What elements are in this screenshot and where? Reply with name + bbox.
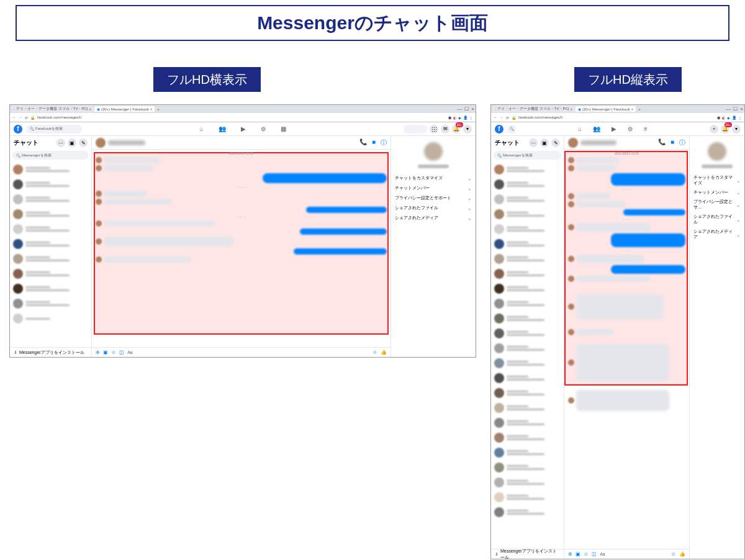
- conversation-avatar[interactable]: [96, 138, 106, 148]
- like-icon[interactable]: 👍: [679, 551, 685, 557]
- chat-list-item[interactable]: [493, 430, 562, 445]
- maximize-icon[interactable]: ☐: [733, 106, 738, 112]
- chat-list-item[interactable]: [493, 192, 562, 207]
- info-item-customize[interactable]: チャットをカスタマイズ⌄: [394, 173, 473, 183]
- plus-icon[interactable]: ⊕: [96, 350, 100, 355]
- message-bubble[interactable]: [576, 390, 669, 411]
- message-bubble[interactable]: [576, 344, 669, 381]
- like-icon[interactable]: 👍: [381, 350, 387, 355]
- close-icon[interactable]: ×: [570, 107, 572, 111]
- create-icon[interactable]: +: [710, 125, 718, 133]
- compose-icon[interactable]: ✎: [79, 138, 88, 147]
- browser-tab-2[interactable]: ◉ (20+) Messenger | Facebook ×: [94, 106, 155, 112]
- chat-list-item[interactable]: [12, 251, 89, 266]
- chat-list-item[interactable]: [12, 281, 89, 296]
- chat-list-item[interactable]: [12, 311, 89, 326]
- menu-grid-icon[interactable]: [430, 125, 438, 133]
- emoji-icon[interactable]: ☺: [671, 551, 676, 557]
- photo-icon[interactable]: ▣: [103, 350, 108, 355]
- message-bubble[interactable]: [623, 209, 685, 215]
- video-call-icon[interactable]: ■: [372, 138, 376, 147]
- groups-icon[interactable]: ⊚: [628, 125, 633, 132]
- home-icon[interactable]: ⌂: [578, 125, 582, 132]
- close-icon[interactable]: ×: [631, 107, 634, 111]
- photo-icon[interactable]: ▣: [576, 551, 580, 557]
- message-bubble[interactable]: [576, 223, 651, 232]
- account-caret-icon[interactable]: ▾: [732, 125, 741, 133]
- message-bubble[interactable]: [576, 165, 616, 171]
- chat-list-item[interactable]: [12, 237, 89, 251]
- message-bubble[interactable]: [611, 173, 685, 186]
- chat-list-item[interactable]: [493, 177, 562, 192]
- reload-icon[interactable]: ⟳: [506, 115, 509, 120]
- text-format[interactable]: Aa: [127, 350, 133, 355]
- message-bubble[interactable]: [104, 165, 153, 171]
- extension-icon[interactable]: ◐: [722, 115, 725, 120]
- sticker-icon[interactable]: ☺: [111, 350, 116, 355]
- message-bubble[interactable]: [300, 228, 387, 235]
- message-bubble[interactable]: [576, 193, 610, 199]
- chat-list-item[interactable]: [12, 162, 89, 177]
- install-app-bar[interactable]: ⇩ Messengerアプリをインストール: [10, 347, 91, 357]
- facebook-search[interactable]: 🔍: [507, 125, 516, 133]
- message-bubble[interactable]: [104, 191, 147, 197]
- conversation-area[interactable]: 2021/08/03 15:05 ・・・ ・・・: [92, 150, 391, 347]
- chat-list-item[interactable]: [493, 296, 562, 311]
- hamburger-icon[interactable]: ≡: [644, 125, 648, 132]
- profile-chip[interactable]: [404, 125, 427, 133]
- info-icon[interactable]: ⓘ: [679, 138, 685, 147]
- video-call-icon[interactable]: ■: [670, 138, 674, 147]
- new-tab-icon[interactable]: +: [636, 107, 643, 111]
- message-bubble[interactable]: [576, 329, 613, 335]
- message-bubble[interactable]: [576, 255, 644, 263]
- menu-icon[interactable]: ⋮: [469, 115, 473, 120]
- info-item-files[interactable]: シェアされたファイル⌄: [394, 203, 473, 213]
- chat-list-item[interactable]: [493, 281, 562, 296]
- friends-icon[interactable]: 👥: [219, 125, 226, 132]
- chat-list-item[interactable]: [493, 445, 562, 460]
- reload-icon[interactable]: ⟳: [25, 115, 28, 120]
- close-icon[interactable]: ×: [89, 107, 91, 111]
- info-icon[interactable]: ⓘ: [381, 138, 387, 147]
- new-tab-icon[interactable]: +: [155, 107, 161, 111]
- chat-list-item[interactable]: [493, 162, 562, 177]
- chat-list-item[interactable]: [493, 237, 562, 251]
- conversation-avatar[interactable]: [568, 138, 578, 148]
- chat-list[interactable]: [491, 161, 564, 549]
- friends-icon[interactable]: 👥: [593, 125, 600, 132]
- message-bubble[interactable]: [104, 220, 215, 227]
- watch-icon[interactable]: ▶: [612, 125, 616, 132]
- info-avatar[interactable]: [424, 142, 443, 161]
- plus-icon[interactable]: ⊕: [568, 551, 572, 557]
- browser-tab-1[interactable]: ◦ アイ・オー・データ機器 スマホ・TV・PC| ×: [11, 106, 94, 112]
- url-text[interactable]: facebook.com/messages/t/: [518, 115, 715, 119]
- facebook-logo-icon[interactable]: f: [495, 125, 503, 133]
- info-item-media[interactable]: シェアされたメディア⌄: [394, 213, 473, 223]
- message-bubble[interactable]: [306, 207, 387, 213]
- video-room-icon[interactable]: ▣: [68, 138, 76, 147]
- info-avatar[interactable]: [708, 142, 726, 161]
- extension-icon[interactable]: ⬣: [717, 115, 720, 120]
- message-bubble[interactable]: [104, 237, 234, 246]
- chat-list-item[interactable]: [493, 490, 562, 505]
- chat-list-item[interactable]: [493, 415, 562, 430]
- chat-list-item[interactable]: [493, 311, 562, 326]
- chat-list-item[interactable]: [493, 356, 562, 371]
- extension-icon[interactable]: ◆: [458, 115, 461, 120]
- home-icon[interactable]: ⌂: [199, 125, 203, 132]
- chat-list-item[interactable]: [493, 475, 562, 490]
- info-item-members[interactable]: チャットメンバー⌄: [692, 188, 742, 197]
- message-bubble[interactable]: [611, 233, 685, 247]
- browser-tab-1[interactable]: ◦ アイ・オー・データ機器 スマホ・TV・PC| ×: [492, 106, 575, 112]
- messenger-search[interactable]: 🔍 Messengerを検索: [494, 151, 561, 160]
- chat-list[interactable]: [10, 161, 91, 347]
- chat-list-item[interactable]: [12, 177, 89, 192]
- chat-list-item[interactable]: [493, 371, 562, 386]
- url-text[interactable]: facebook.com/messages/t/: [37, 115, 446, 119]
- menu-icon[interactable]: ⋮: [738, 115, 742, 120]
- call-icon[interactable]: 📞: [359, 138, 367, 147]
- chat-list-item[interactable]: [12, 222, 89, 237]
- groups-icon[interactable]: ⊚: [261, 125, 266, 132]
- person-icon[interactable]: 👤: [463, 115, 467, 120]
- chat-list-item[interactable]: [493, 222, 562, 237]
